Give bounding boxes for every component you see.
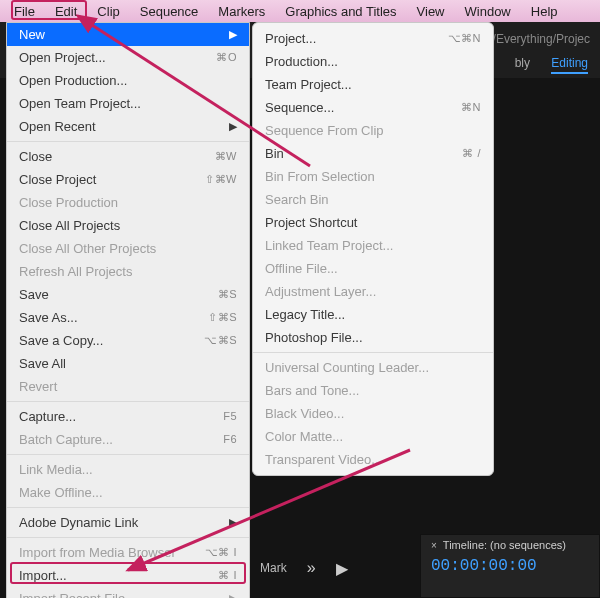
new-submenu-color-matte: Color Matte... [253, 425, 493, 448]
shortcut-label: ⌘ / [462, 145, 481, 162]
new-submenu-project[interactable]: Project...⌥⌘N [253, 27, 493, 50]
new-submenu-black-video: Black Video... [253, 402, 493, 425]
file-menu-close-all-projects[interactable]: Close All Projects [7, 214, 249, 237]
file-menu-save-all[interactable]: Save All [7, 352, 249, 375]
file-menu-capture[interactable]: Capture...F5 [7, 405, 249, 428]
menu-item-label: Bars and Tone... [265, 382, 359, 399]
menu-item-label: Close [19, 148, 52, 165]
menu-item-label: Save As... [19, 309, 78, 326]
new-submenu-sequence[interactable]: Sequence...⌘N [253, 96, 493, 119]
file-menu-save[interactable]: Save⌘S [7, 283, 249, 306]
menubar-item-graphics-and-titles[interactable]: Graphics and Titles [275, 2, 406, 21]
chevrons-icon[interactable]: » [307, 559, 316, 577]
shortcut-label: ⇧⌘W [205, 171, 237, 188]
new-submenu-legacy-title[interactable]: Legacy Title... [253, 303, 493, 326]
file-menu-close-production: Close Production [7, 191, 249, 214]
new-submenu-adjustment-layer: Adjustment Layer... [253, 280, 493, 303]
menu-item-label: Link Media... [19, 461, 93, 478]
file-menu-open-project[interactable]: Open Project...⌘O [7, 46, 249, 69]
menu-item-label: Transparent Video... [265, 451, 382, 468]
chevron-right-icon: ▶ [229, 514, 237, 531]
shortcut-label: F5 [223, 408, 237, 425]
new-submenu-bin[interactable]: Bin⌘ / [253, 142, 493, 165]
file-menu-separator [7, 537, 249, 538]
menu-item-label: Adjustment Layer... [265, 283, 376, 300]
close-icon[interactable]: × [431, 540, 437, 551]
shortcut-label: ⌥⌘ I [205, 544, 237, 561]
file-menu: New▶Open Project...⌘OOpen Production...O… [6, 22, 250, 598]
file-menu-batch-capture: Batch Capture...F6 [7, 428, 249, 451]
file-menu-close-all-other-projects: Close All Other Projects [7, 237, 249, 260]
workspace-tab-other[interactable]: bly [515, 56, 530, 70]
shortcut-label: ⌥⌘N [448, 30, 481, 47]
file-menu-open-team-project[interactable]: Open Team Project... [7, 92, 249, 115]
timeline-panel: × Timeline: (no sequences) 00:00:00:00 [420, 534, 600, 598]
file-menu-separator [7, 454, 249, 455]
file-menu-close[interactable]: Close⌘W [7, 145, 249, 168]
menu-item-label: Project Shortcut [265, 214, 358, 231]
menu-item-label: Import... [19, 567, 67, 584]
file-menu-make-offline: Make Offline... [7, 481, 249, 504]
menu-item-label: Search Bin [265, 191, 329, 208]
new-submenu-photoshop-file[interactable]: Photoshop File... [253, 326, 493, 349]
file-menu-new[interactable]: New▶ [7, 23, 249, 46]
file-menu-separator [7, 141, 249, 142]
shortcut-label: ⌘S [218, 286, 237, 303]
menubar-item-edit[interactable]: Edit [45, 2, 87, 21]
menu-item-label: Open Production... [19, 72, 127, 89]
new-submenu-bin-from-selection: Bin From Selection [253, 165, 493, 188]
menu-item-label: Batch Capture... [19, 431, 113, 448]
new-submenu-project-shortcut[interactable]: Project Shortcut [253, 211, 493, 234]
menu-item-label: Universal Counting Leader... [265, 359, 429, 376]
file-menu-refresh-all-projects: Refresh All Projects [7, 260, 249, 283]
new-submenu-separator [253, 352, 493, 353]
file-menu-open-production[interactable]: Open Production... [7, 69, 249, 92]
new-submenu-transparent-video: Transparent Video... [253, 448, 493, 471]
shortcut-label: F6 [223, 431, 237, 448]
timeline-title: Timeline: (no sequences) [443, 539, 566, 551]
new-submenu-team-project[interactable]: Team Project... [253, 73, 493, 96]
shortcut-label: ⌘O [216, 49, 237, 66]
shortcut-label: ⌘N [461, 99, 481, 116]
new-submenu-search-bin: Search Bin [253, 188, 493, 211]
menu-item-label: Save All [19, 355, 66, 372]
menu-item-label: Bin [265, 145, 284, 162]
new-submenu-sequence-from-clip: Sequence From Clip [253, 119, 493, 142]
menu-item-label: Save a Copy... [19, 332, 103, 349]
menu-item-label: Sequence... [265, 99, 334, 116]
file-menu-save-a-copy[interactable]: Save a Copy...⌥⌘S [7, 329, 249, 352]
new-submenu-production[interactable]: Production... [253, 50, 493, 73]
menu-item-label: Sequence From Clip [265, 122, 384, 139]
file-menu-close-project[interactable]: Close Project⇧⌘W [7, 168, 249, 191]
new-submenu: Project...⌥⌘NProduction...Team Project..… [252, 22, 494, 476]
file-menu-adobe-dynamic-link[interactable]: Adobe Dynamic Link▶ [7, 511, 249, 534]
menubar-item-help[interactable]: Help [521, 2, 568, 21]
menubar-item-view[interactable]: View [407, 2, 455, 21]
menubar-item-window[interactable]: Window [455, 2, 521, 21]
menu-item-label: Close All Other Projects [19, 240, 156, 257]
mark-label: Mark [260, 561, 287, 575]
menu-item-label: Legacy Title... [265, 306, 345, 323]
menubar-item-clip[interactable]: Clip [87, 2, 129, 21]
menu-item-label: Team Project... [265, 76, 352, 93]
menu-item-label: Production... [265, 53, 338, 70]
file-menu-save-as[interactable]: Save As...⇧⌘S [7, 306, 249, 329]
menubar-item-sequence[interactable]: Sequence [130, 2, 209, 21]
menubar-item-markers[interactable]: Markers [208, 2, 275, 21]
menubar-item-file[interactable]: File [4, 2, 45, 21]
menu-item-label: Project... [265, 30, 316, 47]
menu-item-label: Offline File... [265, 260, 338, 277]
menubar: FileEditClipSequenceMarkersGraphics and … [0, 0, 600, 22]
file-menu-open-recent[interactable]: Open Recent▶ [7, 115, 249, 138]
file-menu-import[interactable]: Import...⌘ I [7, 564, 249, 587]
file-menu-separator [7, 507, 249, 508]
menu-item-label: Adobe Dynamic Link [19, 514, 138, 531]
file-menu-separator [7, 401, 249, 402]
menu-item-label: Photoshop File... [265, 329, 363, 346]
new-submenu-linked-team-project: Linked Team Project... [253, 234, 493, 257]
workspace-tab-editing[interactable]: Editing [551, 56, 588, 74]
menu-item-label: Black Video... [265, 405, 344, 422]
play-icon[interactable]: ▶ [336, 559, 348, 578]
menu-item-label: Close Production [19, 194, 118, 211]
menu-item-label: Linked Team Project... [265, 237, 393, 254]
